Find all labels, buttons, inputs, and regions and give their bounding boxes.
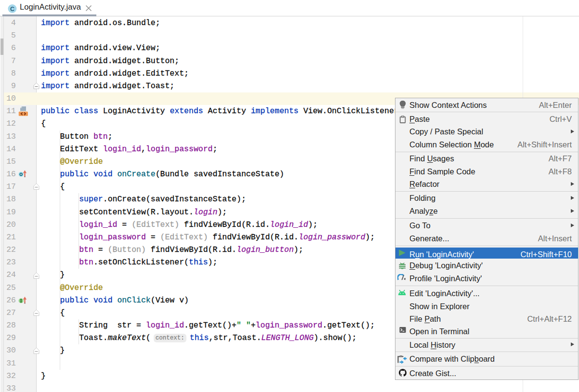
svg-text:C: C [10,6,14,13]
